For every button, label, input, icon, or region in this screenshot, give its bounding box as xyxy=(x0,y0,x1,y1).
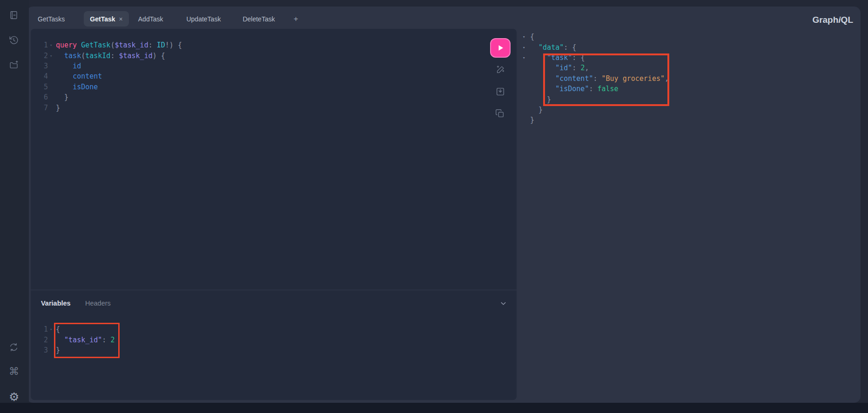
code-line: 1▾query GetTask($task_id: ID!) { xyxy=(31,40,182,50)
execute-query-button[interactable] xyxy=(490,38,511,58)
tab-variables[interactable]: Variables xyxy=(41,300,71,307)
code-line: } xyxy=(517,115,669,125)
code-line: 5 isDone xyxy=(31,82,182,92)
collapse-arrow-icon[interactable]: ▾ xyxy=(517,45,530,50)
code-text: { xyxy=(530,33,534,41)
history-icon[interactable] xyxy=(9,35,19,45)
line-number: 4 xyxy=(31,72,48,80)
tab-addtask[interactable]: AddTask xyxy=(138,15,163,23)
tab-bar: GetTasks GetTask × AddTask UpdateTask De… xyxy=(31,11,298,27)
line-number: 1 xyxy=(31,41,48,49)
code-line: 2▾ task(taskId: $task_id) { xyxy=(31,50,182,60)
editor-tools-divider xyxy=(31,290,517,290)
collections-icon[interactable] xyxy=(9,60,19,70)
tab-gettask-label: GetTask xyxy=(90,15,115,23)
refresh-icon[interactable] xyxy=(9,342,19,352)
logo-part: QL xyxy=(841,15,853,25)
prettify-icon[interactable] xyxy=(495,65,505,77)
code-text: query GetTask($task_id: ID!) { xyxy=(56,41,182,49)
add-tab-button[interactable]: + xyxy=(294,14,298,24)
tab-close-icon[interactable]: × xyxy=(119,15,123,23)
graphiql-logo: GraphiQL xyxy=(812,15,853,25)
code-line: ▾ "data": { xyxy=(517,42,669,52)
code-text: } xyxy=(56,104,60,112)
code-text: isDone xyxy=(56,83,98,91)
tab-deletetask[interactable]: DeleteTask xyxy=(242,15,275,23)
line-number: 5 xyxy=(31,83,48,91)
line-number: 2 xyxy=(31,52,48,60)
keyboard-shortcuts-icon[interactable]: ⌘ xyxy=(9,366,19,377)
code-line: 7} xyxy=(31,102,182,113)
code-line: ▾{ xyxy=(517,32,669,42)
graphiql-app: ⌘ ⚙ GetTasks GetTask × AddTask UpdateTas… xyxy=(0,0,868,413)
code-line: 3 id xyxy=(31,61,182,71)
copy-query-icon[interactable] xyxy=(495,108,505,120)
logo-part: Graph xyxy=(812,15,838,25)
code-line: 6 } xyxy=(31,92,182,102)
merge-fragments-icon[interactable] xyxy=(495,87,505,99)
play-icon xyxy=(495,43,505,53)
footer-strip xyxy=(0,403,868,413)
fold-arrow-icon[interactable]: ▾ xyxy=(48,43,56,47)
code-text: task(taskId: $task_id) { xyxy=(56,52,165,60)
code-text: } xyxy=(530,116,534,124)
code-text: } xyxy=(56,93,68,101)
tab-gettask-active[interactable]: GetTask × xyxy=(84,11,128,27)
response-highlight-box xyxy=(543,53,669,106)
code-text: "data": { xyxy=(530,43,576,52)
docs-icon[interactable] xyxy=(9,10,19,20)
line-number: 3 xyxy=(31,62,48,70)
variables-highlight-box xyxy=(54,323,120,358)
line-number: 1 xyxy=(31,325,48,333)
chevron-down-icon[interactable] xyxy=(500,300,507,309)
collapse-arrow-icon[interactable]: ▾ xyxy=(517,55,530,60)
code-line: 4 content xyxy=(31,71,182,81)
query-editor[interactable]: 1▾query GetTask($task_id: ID!) {2▾ task(… xyxy=(31,40,182,113)
fold-arrow-icon[interactable]: ▾ xyxy=(48,53,56,58)
code-text: content xyxy=(56,72,102,80)
tab-headers[interactable]: Headers xyxy=(85,300,111,307)
sidebar: ⌘ ⚙ xyxy=(0,0,29,403)
line-number: 7 xyxy=(31,104,48,112)
line-number: 6 xyxy=(31,93,48,101)
line-number: 3 xyxy=(31,346,48,354)
tab-updatetask[interactable]: UpdateTask xyxy=(186,15,221,23)
tab-gettasks[interactable]: GetTasks xyxy=(38,15,65,23)
settings-icon[interactable]: ⚙ xyxy=(9,391,19,402)
code-line: } xyxy=(517,105,669,115)
code-text: } xyxy=(530,106,543,114)
line-number: 2 xyxy=(31,336,48,344)
code-text: id xyxy=(56,62,81,70)
collapse-arrow-icon[interactable]: ▾ xyxy=(517,34,530,39)
